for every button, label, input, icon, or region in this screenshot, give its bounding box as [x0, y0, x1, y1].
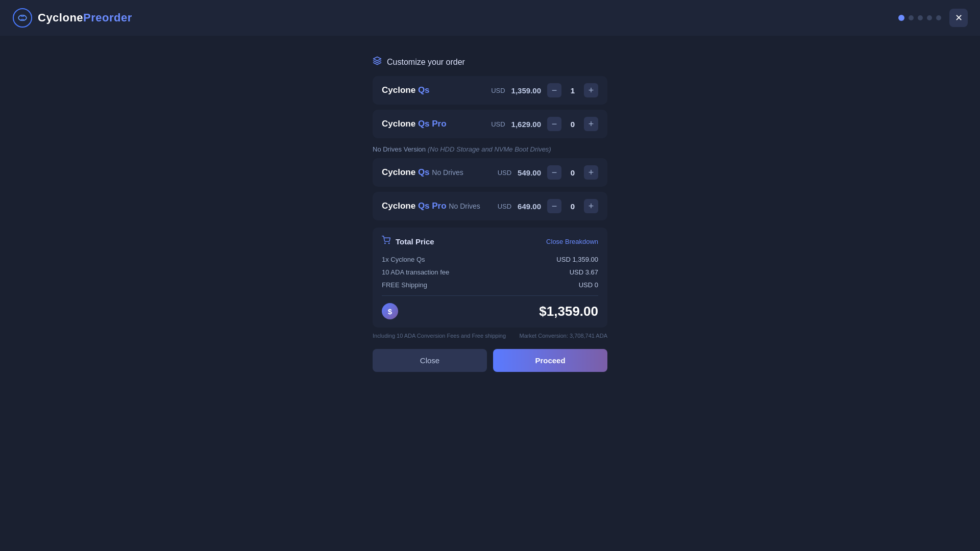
cart-icon [382, 236, 390, 247]
total-big-value: $1,359.00 [539, 304, 598, 319]
step-dots [898, 15, 941, 21]
qty-decrease-cyclone-qs[interactable]: − [547, 83, 561, 97]
qty-controls-cyclone-qs-pro-no-drives: − 0 + [547, 199, 598, 213]
dot-3 [918, 15, 923, 20]
section-header: Customize your order [373, 56, 607, 68]
qty-value-cyclone-qs-pro-no-drives: 0 [566, 202, 580, 211]
breakdown-divider [382, 295, 598, 296]
logo-text: CyclonePreorder [38, 11, 132, 24]
product-row-cyclone-qs-pro: Cyclone Qs Pro USD 1,629.00 − 0 + [373, 110, 607, 138]
logo-cyclone: Cyclone [38, 11, 83, 24]
layers-icon [373, 56, 382, 68]
svg-point-2 [385, 243, 385, 243]
qty-value-cyclone-qs: 1 [566, 86, 580, 95]
product-row-cyclone-qs-no-drives: Cyclone Qs No Drives USD 549.00 − 0 + [373, 158, 607, 187]
qty-increase-cyclone-qs-no-drives[interactable]: + [584, 165, 598, 180]
main-content: Customize your order Cyclone Qs USD 1,35… [0, 36, 980, 551]
total-section: Total Price Close Breakdown 1x Cyclone Q… [373, 228, 607, 328]
product-price-cyclone-qs-pro: USD 1,629.00 − 0 + [491, 117, 598, 131]
logo-preorder: Preorder [83, 11, 132, 24]
product-name-cyclone-qs-pro-no-drives: Cyclone Qs Pro No Drives [382, 201, 480, 211]
dot-5 [936, 15, 941, 20]
svg-point-0 [13, 9, 32, 27]
footer-right: Market Conversion: 3,708,741 ADA [520, 333, 607, 339]
svg-point-3 [388, 243, 389, 243]
top-right-area: ✕ [898, 9, 968, 27]
order-modal: Customize your order Cyclone Qs USD 1,35… [373, 56, 607, 372]
qty-decrease-cyclone-qs-pro[interactable]: − [547, 117, 561, 131]
qty-value-cyclone-qs-pro: 0 [566, 120, 580, 129]
product-row-cyclone-qs-pro-no-drives: Cyclone Qs Pro No Drives USD 649.00 − 0 … [373, 192, 607, 220]
top-bar: CyclonePreorder ✕ [0, 0, 980, 36]
logo-area: CyclonePreorder [12, 8, 132, 28]
qty-increase-cyclone-qs[interactable]: + [584, 83, 598, 97]
dot-4 [927, 15, 932, 20]
product-name-cyclone-qs-pro: Cyclone Qs Pro [382, 119, 447, 129]
qty-controls-cyclone-qs: − 1 + [547, 83, 598, 97]
qty-controls-cyclone-qs-pro: − 0 + [547, 117, 598, 131]
no-drives-label: No Drives Version (No HDD Storage and NV… [373, 145, 607, 153]
qty-decrease-cyclone-qs-no-drives[interactable]: − [547, 165, 561, 180]
action-buttons: Close Proceed [373, 349, 607, 372]
total-amount-row: $ $1,359.00 [382, 300, 598, 319]
product-price-cyclone-qs-no-drives: USD 549.00 − 0 + [498, 165, 598, 180]
logo-icon [12, 8, 33, 28]
total-header-left: Total Price [382, 236, 434, 247]
footer-left: Including 10 ADA Conversion Fees and Fre… [373, 333, 506, 339]
product-price-cyclone-qs-pro-no-drives: USD 649.00 − 0 + [498, 199, 598, 213]
svg-marker-1 [374, 57, 381, 61]
breakdown-line-3: FREE Shipping USD 0 [382, 279, 598, 291]
product-name-cyclone-qs-no-drives: Cyclone Qs No Drives [382, 167, 463, 178]
qty-decrease-cyclone-qs-pro-no-drives[interactable]: − [547, 199, 561, 213]
dot-1 [898, 15, 904, 21]
qty-value-cyclone-qs-no-drives: 0 [566, 168, 580, 177]
breakdown-line-2: 10 ADA transaction fee USD 3.67 [382, 266, 598, 279]
product-price-cyclone-qs: USD 1,359.00 − 1 + [491, 83, 598, 97]
proceed-button[interactable]: Proceed [493, 349, 607, 372]
total-title: Total Price [396, 237, 434, 246]
dot-2 [909, 15, 914, 20]
qty-increase-cyclone-qs-pro-no-drives[interactable]: + [584, 199, 598, 213]
product-name-cyclone-qs: Cyclone Qs [382, 85, 430, 95]
breakdown-line-1: 1x Cyclone Qs USD 1,359.00 [382, 253, 598, 266]
close-button[interactable]: Close [373, 349, 487, 372]
total-header: Total Price Close Breakdown [382, 236, 598, 247]
footer-note: Including 10 ADA Conversion Fees and Fre… [373, 333, 607, 339]
close-breakdown-link[interactable]: Close Breakdown [546, 238, 598, 245]
product-row-cyclone-qs: Cyclone Qs USD 1,359.00 − 1 + [373, 76, 607, 105]
dollar-badge: $ [382, 303, 398, 319]
section-title: Customize your order [387, 58, 465, 67]
qty-controls-cyclone-qs-no-drives: − 0 + [547, 165, 598, 180]
qty-increase-cyclone-qs-pro[interactable]: + [584, 117, 598, 131]
close-window-button[interactable]: ✕ [949, 9, 968, 27]
